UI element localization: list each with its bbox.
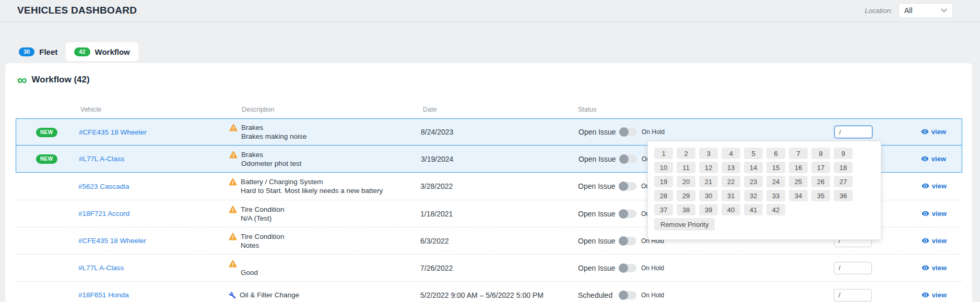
priority-number-22[interactable]: 22 bbox=[722, 176, 740, 187]
priority-number-3[interactable]: 3 bbox=[699, 148, 718, 159]
priority-number-39[interactable]: 39 bbox=[699, 204, 718, 215]
priority-number-24[interactable]: 24 bbox=[766, 176, 785, 187]
priority-number-34[interactable]: 34 bbox=[789, 190, 808, 201]
view-link[interactable]: view bbox=[922, 182, 947, 190]
on-hold-toggle[interactable] bbox=[619, 128, 637, 136]
priority-number-12[interactable]: 12 bbox=[699, 162, 718, 173]
priority-number-30[interactable]: 30 bbox=[699, 190, 718, 201]
column-header-status: Status bbox=[578, 106, 596, 113]
priority-number-19[interactable]: 19 bbox=[654, 176, 673, 187]
vehicle-link[interactable]: #5623 Cascadia bbox=[78, 173, 129, 200]
on-hold-toggle[interactable] bbox=[619, 155, 637, 163]
vehicle-link[interactable]: #L77L A-Class bbox=[79, 146, 124, 172]
vehicle-link[interactable]: #CFE435 18 Wheeler bbox=[78, 227, 146, 254]
priority-number-10[interactable]: 10 bbox=[654, 162, 673, 173]
priority-number-38[interactable]: 38 bbox=[677, 204, 695, 215]
on-hold-toggle[interactable] bbox=[619, 210, 636, 218]
priority-number-17[interactable]: 17 bbox=[811, 162, 830, 173]
table-row[interactable]: #18F651 Honda Oil & Filter Change 5/2/20… bbox=[16, 281, 962, 302]
date-cell: 6/3/2022 bbox=[420, 227, 449, 254]
priority-number-21[interactable]: 21 bbox=[699, 176, 718, 187]
priority-number-5[interactable]: 5 bbox=[744, 148, 763, 159]
priority-number-23[interactable]: 23 bbox=[744, 176, 763, 187]
priority-number-16[interactable]: 16 bbox=[789, 162, 808, 173]
location-label: Location: bbox=[865, 7, 892, 15]
priority-number-2[interactable]: 2 bbox=[677, 148, 695, 159]
priority-number-11[interactable]: 11 bbox=[677, 162, 695, 173]
priority-number-40[interactable]: 40 bbox=[722, 204, 740, 215]
view-link[interactable]: view bbox=[922, 210, 947, 218]
priority-number-42[interactable]: 42 bbox=[766, 204, 785, 215]
priority-number-7[interactable]: 7 bbox=[789, 148, 808, 159]
remove-priority-button[interactable]: Remove Priority bbox=[654, 218, 715, 231]
priority-number-6[interactable]: 6 bbox=[766, 148, 785, 159]
description-cell: Good bbox=[229, 255, 258, 281]
priority-number-37[interactable]: 37 bbox=[654, 204, 673, 215]
infinity-icon: ∞ bbox=[17, 75, 27, 85]
vehicle-link[interactable]: #CFE435 18 Wheeler bbox=[79, 119, 147, 145]
priority-number-25[interactable]: 25 bbox=[789, 176, 808, 187]
view-link[interactable]: view bbox=[922, 237, 947, 245]
description-cell: Brakes Odometer phot test bbox=[229, 146, 302, 172]
on-hold-label: On Hold bbox=[642, 128, 665, 136]
view-link[interactable]: view bbox=[922, 291, 947, 299]
vehicle-link[interactable]: #18F721 Accord bbox=[78, 200, 129, 227]
priority-number-26[interactable]: 26 bbox=[811, 176, 830, 187]
vehicle-link[interactable]: #L77L A-Class bbox=[78, 255, 124, 281]
priority-number-13[interactable]: 13 bbox=[722, 162, 740, 173]
priority-number-9[interactable]: 9 bbox=[834, 148, 853, 159]
view-link[interactable]: view bbox=[921, 128, 946, 136]
on-hold-toggle[interactable] bbox=[619, 237, 636, 245]
priority-number-4[interactable]: 4 bbox=[722, 148, 740, 159]
priority-number-1[interactable]: 1 bbox=[654, 148, 673, 159]
priority-number-28[interactable]: 28 bbox=[654, 190, 673, 201]
view-link[interactable]: view bbox=[921, 155, 946, 163]
eye-icon bbox=[922, 210, 929, 218]
priority-number-32[interactable]: 32 bbox=[744, 190, 763, 201]
priority-number-18[interactable]: 18 bbox=[834, 162, 853, 173]
priority-number-35[interactable]: 35 bbox=[811, 190, 830, 201]
date-cell: 5/2/2022 9:00 AM – 5/6/2022 5:00 PM bbox=[420, 282, 544, 302]
view-link[interactable]: view bbox=[922, 264, 947, 272]
description-subtitle: Hard to Start. Most likely needs a new b… bbox=[241, 187, 383, 195]
date-cell: 7/26/2022 bbox=[420, 255, 453, 281]
priority-number-8[interactable]: 8 bbox=[811, 148, 830, 159]
tab-fleet[interactable]: 30 Fleet bbox=[10, 42, 66, 61]
new-badge: NEW bbox=[36, 154, 57, 164]
wrench-icon bbox=[229, 292, 236, 299]
priority-input[interactable] bbox=[834, 126, 872, 138]
priority-number-36[interactable]: 36 bbox=[834, 190, 853, 201]
workflow-count-badge: 42 bbox=[74, 47, 90, 56]
description-subtitle: Notes bbox=[241, 241, 285, 249]
tab-bar: 30 Fleet 42 Workflow bbox=[10, 42, 138, 61]
location-select[interactable]: All bbox=[899, 3, 953, 18]
priority-input[interactable] bbox=[834, 262, 872, 274]
section-title: Workflow (42) bbox=[32, 75, 90, 85]
tab-workflow[interactable]: 42 Workflow bbox=[66, 42, 138, 61]
tab-fleet-label: Fleet bbox=[39, 47, 57, 56]
priority-number-31[interactable]: 31 bbox=[722, 190, 740, 201]
priority-number-15[interactable]: 15 bbox=[766, 162, 785, 173]
section-header: ∞ Workflow (42) bbox=[17, 75, 90, 85]
vehicle-link[interactable]: #18F651 Honda bbox=[78, 282, 129, 302]
view-label: view bbox=[932, 210, 947, 218]
view-label: view bbox=[932, 291, 947, 299]
priority-number-20[interactable]: 20 bbox=[677, 176, 695, 187]
priority-number-27[interactable]: 27 bbox=[834, 176, 853, 187]
tab-workflow-label: Workflow bbox=[95, 47, 130, 56]
status-cell: Scheduled bbox=[578, 282, 612, 302]
page-title: VEHICLES DASHBOARD bbox=[17, 5, 137, 16]
priority-number-41[interactable]: 41 bbox=[744, 204, 763, 215]
description-title: Brakes bbox=[241, 124, 263, 131]
vehicles-dashboard-page: VEHICLES DASHBOARD Location: All 30 Flee… bbox=[0, 0, 980, 302]
toggle-knob bbox=[619, 154, 629, 164]
priority-input[interactable] bbox=[834, 289, 872, 301]
on-hold-toggle[interactable] bbox=[619, 182, 636, 190]
on-hold-toggle[interactable] bbox=[619, 264, 636, 272]
priority-number-14[interactable]: 14 bbox=[744, 162, 763, 173]
priority-number-29[interactable]: 29 bbox=[677, 190, 695, 201]
table-row[interactable]: #L77L A-Class Good 7/26/2022Open IssueOn… bbox=[16, 254, 962, 281]
on-hold-toggle[interactable] bbox=[619, 291, 636, 299]
priority-number-33[interactable]: 33 bbox=[766, 190, 785, 201]
view-label: view bbox=[932, 264, 947, 272]
